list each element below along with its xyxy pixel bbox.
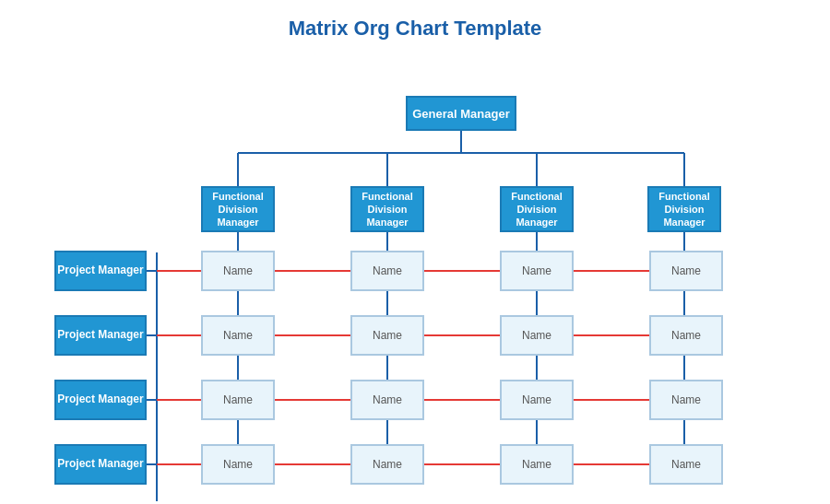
project-manager-3: Project Manager	[54, 380, 147, 420]
functional-manager-2: Functional Division Manager	[350, 186, 424, 232]
page-title: Matrix Org Chart Template	[0, 0, 830, 50]
name-r2-c2: Name	[350, 315, 424, 356]
name-r3-c1: Name	[201, 380, 275, 420]
name-r3-c4: Name	[649, 380, 723, 420]
functional-manager-4: Functional Division Manager	[647, 186, 721, 232]
functional-manager-3: Functional Division Manager	[500, 186, 574, 232]
name-r4-c4: Name	[649, 444, 723, 485]
general-manager-box: General Manager	[406, 96, 516, 131]
name-r1-c3: Name	[500, 251, 574, 291]
name-r4-c2: Name	[350, 444, 424, 485]
project-manager-1: Project Manager	[54, 251, 147, 291]
name-r3-c2: Name	[350, 380, 424, 420]
functional-manager-1: Functional Division Manager	[201, 186, 275, 232]
name-r4-c1: Name	[201, 444, 275, 485]
name-r1-c4: Name	[649, 251, 723, 291]
name-r1-c1: Name	[201, 251, 275, 291]
name-r1-c2: Name	[350, 251, 424, 291]
name-r2-c1: Name	[201, 315, 275, 356]
name-r3-c3: Name	[500, 380, 574, 420]
project-manager-2: Project Manager	[54, 315, 147, 356]
name-r2-c3: Name	[500, 315, 574, 356]
project-manager-4: Project Manager	[54, 444, 147, 485]
name-r4-c3: Name	[500, 444, 574, 485]
name-r2-c4: Name	[649, 315, 723, 356]
